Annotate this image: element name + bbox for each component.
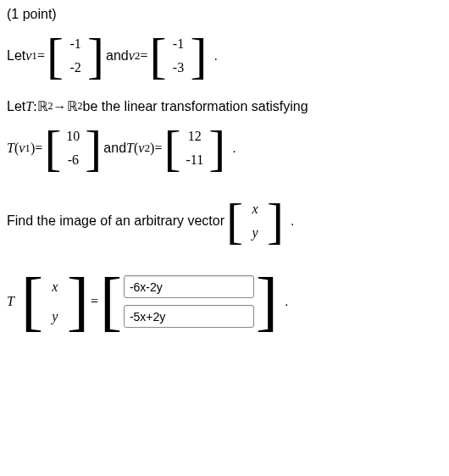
points-label: (1 point) [7,7,442,22]
x-var: x [248,197,261,221]
v2-sub: 2 [135,49,141,63]
xy-vector: x y [245,197,265,245]
bracket-l7: [ [98,268,124,335]
bracket-l4: [ [162,123,182,174]
v2-top: -1 [169,32,187,56]
bracket-r2: ] [189,30,209,81]
tv1-bot: -6 [64,148,82,172]
eq5: = [91,294,98,309]
tv2-vector: 12 -11 [182,125,207,172]
and-text: and [106,48,129,64]
tv1-vector: 10 -6 [63,125,83,172]
T-var4: T [7,294,14,309]
tv1-sub: 1 [25,141,30,155]
v2-var: v [129,48,135,64]
R2: ℝ [67,98,78,114]
find-text: Find the image of an arbitrary vector [7,213,224,229]
tv2-sub: 2 [144,141,150,155]
v1-vector: -1 -2 [65,32,86,80]
bracket-r: ] [86,30,106,81]
period: . [209,48,218,64]
v1-bot: -2 [66,56,84,80]
eq3: = [35,141,42,156]
period4: . [280,294,288,309]
answer-bot-input[interactable] [124,305,254,328]
period2: . [227,141,236,156]
transform-def-row: Let T : ℝ2 → ℝ2 be the linear transforma… [7,98,442,114]
bracket-r4: ] [207,123,227,174]
v2-bot: -3 [169,56,187,80]
let-text: Let [7,48,25,64]
T-var3: T [126,141,134,156]
arrow: → [53,99,67,114]
bracket-r6: ] [65,268,91,335]
bracket-l6: [ [19,268,45,335]
bracket-l5: [ [224,196,245,246]
T-var: T [25,99,33,114]
bracket-l2: [ [148,30,169,81]
eq1: = [37,48,45,64]
tv2-top: 12 [185,125,205,148]
v1-top: -1 [66,32,84,56]
v1-var: v [25,48,31,64]
transform-values-row: T ( v1 ) = [ 10 -6 ] and T ( v2 ) = [ 12… [7,123,442,174]
x-var2: x [48,275,61,299]
tv2-bot: -11 [182,148,207,172]
tv2: v [138,141,144,156]
be-text: be the linear transformation satisfying [83,99,308,114]
R1: ℝ [37,98,48,114]
period3: . [285,213,294,229]
eq2: = [141,48,148,64]
v2-vector: -1 -3 [169,32,189,80]
and-text2: and [103,141,126,156]
xy-vector2: x y [45,272,65,331]
answer-vector [124,272,254,331]
y-var: y [248,221,261,245]
eq4: = [154,141,162,156]
bracket-l3: [ [42,123,63,174]
T-var2: T [7,141,14,156]
tv1-top: 10 [63,125,83,148]
bracket-l: [ [45,30,65,81]
tv1: v [19,141,25,156]
bracket-r7: ] [254,268,280,335]
find-image-row: Find the image of an arbitrary vector [ … [7,196,442,246]
v1-sub: 1 [31,49,37,63]
answer-top-input[interactable] [124,275,254,298]
vectors-def-row: Let v1 = [ -1 -2 ] and v2 = [ -1 -3 ] . [7,30,442,81]
bracket-r5: ] [265,196,285,246]
let-text2: Let [7,99,25,114]
y-var2: y [48,305,61,329]
bracket-r3: ] [83,123,103,174]
answer-row: T [ x y ] = [ ] . [7,268,442,335]
